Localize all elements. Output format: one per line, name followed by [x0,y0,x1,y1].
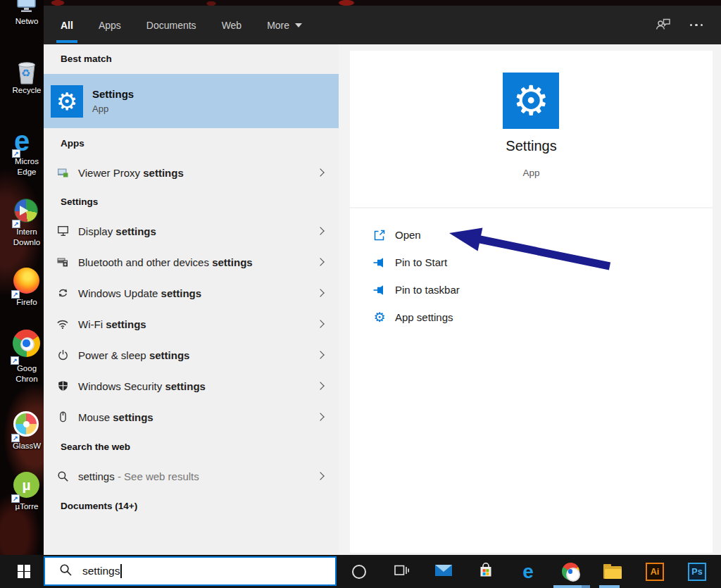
edge-icon: e [522,562,534,582]
display-icon [56,225,69,237]
section-settings: Settings [61,196,98,207]
mail-icon [434,563,453,580]
pin-to-taskbar-button[interactable]: Pin to taskbar [350,276,713,304]
best-match-result-settings[interactable]: ⚙ Settings App [44,74,339,128]
security-shield-icon [56,380,69,392]
search-icon [56,470,69,482]
best-match-subtitle: App [92,104,134,114]
mouse-icon [56,411,69,423]
result-power-sleep-settings[interactable]: Power & sleep settings [44,339,339,370]
preview-panel: ⚙ Settings App Open [339,44,721,555]
desktop-icon-internet-download-manager[interactable]: ↗ Intern Downlo [0,199,44,248]
tab-web[interactable]: Web [222,6,242,44]
tab-more[interactable]: More [267,6,302,44]
taskbar-file-explorer-button[interactable] [591,555,634,588]
more-options-icon[interactable] [690,24,703,27]
microsoft-store-icon [477,562,494,582]
recycle-glyph: ♻ [21,67,30,80]
desktop-wallpaper-sliver [0,0,721,6]
result-bluetooth-settings[interactable]: Bluetooth and other devices settings [44,246,339,277]
result-mouse-settings[interactable]: Mouse settings [44,401,339,432]
settings-gear-icon: ⚙ [51,85,83,118]
taskbar-task-view-button[interactable] [380,555,422,588]
result-viewer-proxy-settings[interactable]: Viewer Proxy settings [44,157,339,188]
taskbar-cortana-button[interactable] [338,555,380,588]
windows-logo-icon [18,565,31,578]
gear-icon: ⚙ [372,311,387,324]
recycle-bin-icon: ♻ [15,59,39,85]
taskbar-illustrator-button[interactable]: Ai [634,555,676,588]
chrome-icon: ↗ [13,330,41,363]
taskbar-chrome-button[interactable] [549,555,591,588]
text-caret [120,564,122,578]
section-search-the-web: Search the web [61,442,130,452]
desktop-icon-recycle-bin[interactable]: ♻ Recycle [0,59,44,96]
windows-update-icon [56,287,69,299]
result-display-settings[interactable]: Display settings [44,215,339,246]
firefox-icon: ↗ [13,268,40,297]
result-windows-security-settings[interactable]: Windows Security settings [44,370,339,401]
desktop-icon-glasswire[interactable]: ↗ GlassW [0,411,44,451]
chevron-right-icon [316,320,324,327]
tab-documents[interactable]: Documents [146,6,196,44]
taskbar-edge-button[interactable]: e [507,555,549,588]
open-button[interactable]: Open [350,221,713,249]
search-input-value: settings [82,565,120,577]
preview-app-title: Settings [350,138,713,154]
taskbar-photoshop-button[interactable]: Ps [676,555,718,588]
feedback-icon[interactable] [655,16,672,35]
power-icon [56,349,69,361]
chevron-right-icon [316,227,324,234]
search-flyout-window: All Apps Documents Web More Best match [44,6,721,555]
tab-all[interactable]: All [61,6,73,44]
taskbar-store-button[interactable] [465,555,507,588]
start-button[interactable] [8,555,39,588]
wifi-icon [56,318,69,330]
chevron-right-icon [316,413,324,420]
idm-icon: ↗ [14,199,39,227]
desktop-icon-network[interactable]: Netwo [0,0,44,27]
taskbar-mail-button[interactable] [422,555,465,588]
search-results-panel: Best match ⚙ Settings App Apps Viewer Pr… [44,44,339,555]
pin-icon [372,256,387,270]
chevron-right-icon [316,472,324,480]
desktop-icon-label: Netwo [15,16,39,27]
result-wifi-settings[interactable]: Wi-Fi settings [44,308,339,339]
cortana-icon [352,565,366,579]
file-explorer-running-indicator [599,585,620,588]
best-match-title: Settings [92,88,134,100]
chevron-right-icon [316,382,324,389]
preview-app-subtitle: App [350,168,713,178]
desktop-icon-google-chrome[interactable]: ↗ Goog Chron [0,330,44,384]
shortcut-arrow-badge: ↗ [12,149,20,158]
photoshop-icon: Ps [688,563,706,581]
section-documents: Documents (14+) [61,501,137,511]
chrome-icon [562,563,579,580]
utorrent-icon: µ ↗ [13,472,40,501]
desktop-icon-utorrent[interactable]: µ ↗ µTorre [0,472,44,512]
chevron-right-icon [316,289,324,296]
pin-icon [372,283,387,297]
result-windows-update-settings[interactable]: Windows Update settings [44,277,339,308]
section-best-match: Best match [61,54,112,64]
chevron-right-icon [316,168,324,176]
chevron-down-icon [295,23,302,27]
desktop-icon-microsoft-edge[interactable]: e ↗ Micros Edge [0,127,44,177]
app-preview-card: ⚙ Settings App [350,51,713,207]
edge-icon: e ↗ [14,127,39,156]
desktop-icon-firefox[interactable]: ↗ Firefo [0,268,44,308]
chevron-right-icon [316,351,324,358]
result-web-search-settings[interactable]: settings - See web results [44,461,339,492]
app-settings-button[interactable]: ⚙ App settings [350,304,713,331]
chrome-running-indicator [553,585,590,588]
taskbar: settings [0,555,721,588]
search-tabs-bar: All Apps Documents Web More [44,6,721,44]
illustrator-icon: Ai [646,563,664,581]
tab-apps[interactable]: Apps [99,6,121,44]
app-actions-card: Open Pin to Start Pin to [350,208,713,553]
pin-to-start-button[interactable]: Pin to Start [350,249,713,276]
section-apps: Apps [61,138,84,149]
open-icon [372,228,387,242]
taskbar-search-input[interactable]: settings [44,556,337,586]
chevron-right-icon [316,258,324,265]
